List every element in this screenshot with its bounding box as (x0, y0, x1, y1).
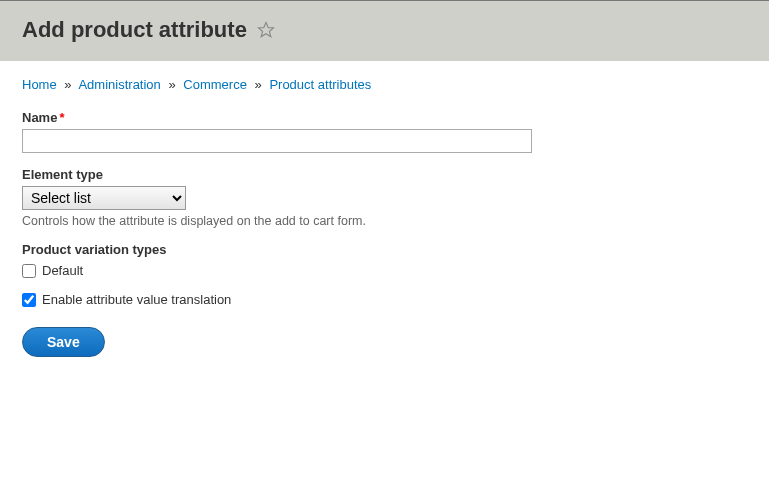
required-marker: * (59, 110, 64, 125)
breadcrumb-product-attributes[interactable]: Product attributes (269, 77, 371, 92)
enable-translation-row: Enable attribute value translation (22, 292, 747, 307)
breadcrumb-commerce[interactable]: Commerce (183, 77, 247, 92)
variation-type-default-checkbox[interactable] (22, 264, 36, 278)
save-button[interactable]: Save (22, 327, 105, 357)
element-type-label: Element type (22, 167, 747, 182)
breadcrumb-separator: » (168, 77, 175, 92)
star-icon[interactable] (257, 21, 275, 39)
page-title: Add product attribute (22, 17, 247, 43)
breadcrumb-separator: » (64, 77, 71, 92)
form-item-name: Name* (22, 110, 747, 153)
element-type-description: Controls how the attribute is displayed … (22, 214, 747, 228)
breadcrumb: Home » Administration » Commerce » Produ… (22, 77, 747, 92)
form-item-variation-types: Product variation types Default (22, 242, 747, 278)
variation-type-default-label[interactable]: Default (42, 263, 83, 278)
page-title-wrap: Add product attribute (22, 17, 747, 43)
element-type-select[interactable]: Select list (22, 186, 186, 210)
name-label-text: Name (22, 110, 57, 125)
content-region: Home » Administration » Commerce » Produ… (0, 61, 769, 373)
breadcrumb-separator: » (255, 77, 262, 92)
variation-type-default-row: Default (22, 263, 747, 278)
enable-translation-checkbox[interactable] (22, 293, 36, 307)
svg-marker-0 (258, 23, 273, 37)
enable-translation-label[interactable]: Enable attribute value translation (42, 292, 231, 307)
breadcrumb-administration[interactable]: Administration (78, 77, 160, 92)
variation-types-label: Product variation types (22, 242, 747, 257)
breadcrumb-home[interactable]: Home (22, 77, 57, 92)
form-item-enable-translation: Enable attribute value translation (22, 292, 747, 307)
form-item-element-type: Element type Select list Controls how th… (22, 167, 747, 228)
name-label: Name* (22, 110, 747, 125)
page-header: Add product attribute (0, 0, 769, 61)
form-actions: Save (22, 327, 747, 357)
name-input[interactable] (22, 129, 532, 153)
